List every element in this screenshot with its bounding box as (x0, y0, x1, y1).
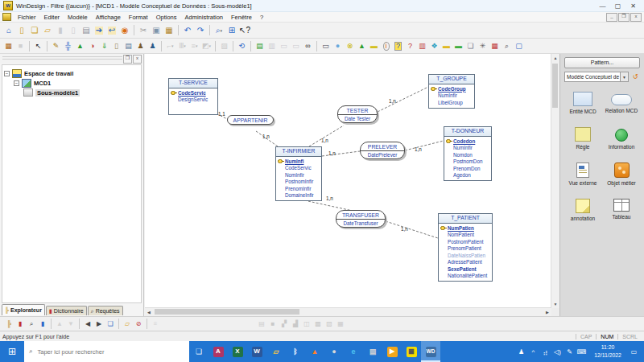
previous-view-button[interactable]: ◫ (301, 319, 312, 330)
windesign-doc-taskbar-button[interactable]: ▦ (402, 341, 421, 362)
align-corner-button[interactable]: ⌐▾ (164, 39, 176, 52)
annotation-tool[interactable]: annotation (564, 199, 601, 221)
undo-button[interactable]: ↶ (181, 24, 194, 37)
mosaic-tool-button[interactable]: ▦ (489, 39, 501, 52)
requests-button[interactable]: ▮ (37, 319, 48, 330)
file-explorer-taskbar-button[interactable]: ▱ (266, 341, 286, 362)
disabled-tool-button[interactable]: ■ (14, 39, 27, 52)
cardinality-label[interactable]: 1,n (328, 150, 336, 156)
menu-mod-le[interactable]: Modèle (64, 14, 92, 21)
overview-button[interactable]: ▦ (335, 319, 346, 330)
word-taskbar-button[interactable]: W (247, 341, 266, 362)
tab-explorateur[interactable]: ╠Explorateur (2, 304, 45, 315)
help-pointer-button[interactable]: ↖? (238, 24, 251, 37)
entity-t-donneur[interactable]: T-DONNEURCodedonNumInfirNomdonPostnomDon… (444, 126, 492, 181)
sidebar-item-mcd1[interactable]: −MCD1 (4, 78, 139, 88)
network-button[interactable]: ⣴ (539, 348, 551, 356)
pan-view-button[interactable]: ▟ (290, 319, 301, 330)
find-objects-button[interactable]: ∞ (302, 39, 314, 52)
refresh-button[interactable]: ⟲ (236, 39, 248, 52)
open-folder-button[interactable]: ▱ (41, 24, 54, 37)
paste-button[interactable]: ▦ (163, 24, 175, 37)
cardinality-label[interactable]: 1,n (415, 146, 422, 152)
align-stack-button[interactable]: ◩▾ (200, 39, 213, 52)
horizontal-scrollbar[interactable]: ◀ ▶ (145, 307, 551, 316)
tab-dictionnaire[interactable]: ▮Dictionnaire (46, 306, 87, 315)
copy-documents-button[interactable]: ❏ (28, 24, 41, 37)
dash-tool-button[interactable]: ▬ (368, 39, 380, 52)
duplicate-tool-button[interactable]: ❏ (464, 39, 477, 52)
chevron-down-icon[interactable]: ▼ (620, 72, 628, 81)
cardinality-label[interactable]: 1,1 (218, 111, 225, 117)
resize-button[interactable]: ▨ (218, 39, 230, 52)
shapes-tool-2-button[interactable]: ❖ (428, 39, 440, 52)
model-checker-button[interactable]: ▦ (2, 39, 14, 52)
edge-taskbar-button[interactable]: e (344, 341, 363, 362)
sidebar-item-workspace[interactable]: −Espace de travail (4, 68, 139, 78)
relation-mcd-tool[interactable]: Relation MCD (603, 92, 640, 114)
zoom-tool-button[interactable]: ⌕ (501, 39, 513, 52)
start-button[interactable]: ⊞ (0, 341, 24, 362)
home-button[interactable]: ⌂ (2, 24, 15, 37)
entity-mcd-tool[interactable]: Entité MCD (564, 92, 601, 114)
external-view-tool[interactable]: Vue externe (564, 162, 601, 186)
pen-button[interactable]: ✎ (50, 39, 62, 52)
mdi-restore-button[interactable]: ❐ (618, 13, 630, 22)
cardinality-label[interactable]: 1,n (262, 134, 270, 139)
pill-yellow-tool-button[interactable]: ▬ (440, 39, 452, 52)
model-type-select[interactable]: Modèle Conceptuel de Dor ▼ (564, 72, 629, 82)
menu-administration[interactable]: Administration (180, 14, 227, 21)
close-submodel-button[interactable]: ⊘ (133, 319, 144, 330)
pill-green-tool-button[interactable]: ▬ (452, 39, 464, 52)
publish-web-button[interactable]: ◉ (118, 24, 131, 37)
nav-left-button[interactable]: ◀ (82, 319, 93, 330)
help-tool-button[interactable]: ? (392, 39, 404, 52)
panel-close-button[interactable]: x (133, 55, 142, 64)
clipboard-check-button[interactable]: ▯ (110, 39, 122, 52)
menu-fen-tre[interactable]: Fenêtre (227, 14, 256, 21)
cardinality-label[interactable]: 1,n (326, 195, 333, 201)
import-document-button[interactable]: ↩ (105, 24, 118, 37)
dictionary-button[interactable]: ▮ (14, 319, 26, 330)
scroll-right-arrow[interactable]: ▶ (543, 308, 551, 316)
information-tool-button[interactable]: i (380, 39, 392, 52)
window-view-button[interactable]: ❏ (105, 319, 116, 330)
pattern-button[interactable]: Pattern... (564, 57, 640, 68)
vlc-taskbar-button[interactable]: ▲ (305, 341, 324, 362)
tree-expander[interactable]: − (4, 71, 10, 76)
exclusion-tool-button[interactable]: ⊗ (344, 39, 356, 52)
form-button[interactable]: ▤ (122, 39, 134, 52)
comment-gray-button[interactable]: ▭ (278, 39, 290, 52)
palette-button[interactable]: ◑ (86, 39, 98, 52)
tray-expand-button[interactable]: ^ (527, 348, 539, 356)
close-button[interactable]: ✕ (625, 1, 641, 11)
zoom-area-button[interactable]: ▞ (279, 319, 290, 330)
nav-right-button[interactable]: ▶ (93, 319, 105, 330)
action-center-button[interactable]: ▭ (628, 348, 640, 356)
cardinality-label[interactable]: 1,n (321, 138, 328, 143)
taskbar-search[interactable]: ⌕ (24, 341, 189, 362)
sidebar-item-sous-modele1[interactable]: Sous-modèle1 (4, 88, 139, 97)
mdi-close-button[interactable]: x (630, 13, 642, 22)
ink-button[interactable]: ✎ (564, 348, 576, 356)
align-rows-button[interactable]: ≡▾ (188, 39, 200, 52)
entity-t-infirmier[interactable]: T-INFIRMIERNumInfiCodeServicNomInfirPost… (275, 146, 322, 201)
shapes-button[interactable]: ▲ (74, 39, 86, 52)
ellipse-tool-button[interactable]: ● (332, 39, 344, 52)
horizontal-scroll-thumb[interactable] (155, 309, 299, 315)
entity-t-groupe[interactable]: T_GROUPECodeGroupNumInfirLibelGroup (428, 74, 475, 109)
new-document-button[interactable]: ▯ (15, 24, 28, 37)
search-input[interactable] (35, 348, 184, 356)
lasso-tool-button[interactable]: ▢ (513, 39, 525, 52)
menu-fichier[interactable]: Fichier (14, 14, 40, 21)
entity-t-patient[interactable]: T_PATIENTNumPatienNomPatientPostnomPatie… (438, 213, 493, 282)
contacts-button[interactable]: ♟ (515, 348, 527, 356)
cardinality-label[interactable]: 1,n (401, 226, 408, 232)
constraint-tool-button[interactable]: ? (404, 39, 416, 52)
show-grid-button[interactable]: ▧ (324, 319, 335, 330)
move-up-button[interactable]: ▲ (54, 319, 65, 330)
redo-button[interactable]: ↷ (194, 24, 207, 37)
settings-gray-taskbar-button[interactable]: ● (324, 341, 344, 362)
molecule-tool-button[interactable]: ✳ (477, 39, 489, 52)
fill-mode-button[interactable]: ■ (267, 319, 279, 330)
